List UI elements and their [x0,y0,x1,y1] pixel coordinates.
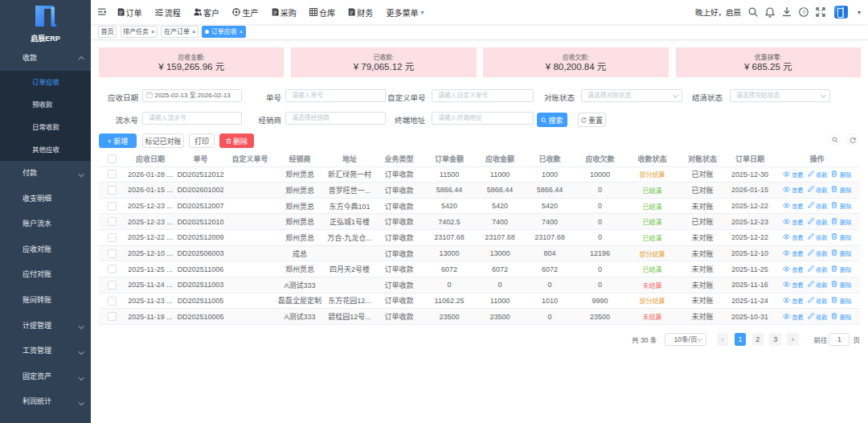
svg-text:?: ? [802,9,805,16]
